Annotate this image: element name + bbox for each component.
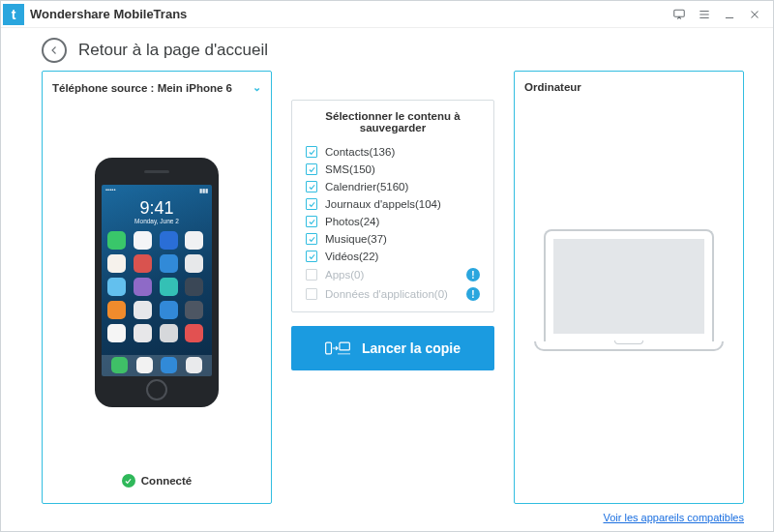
content-option-sms[interactable]: SMS(150) bbox=[306, 161, 480, 178]
menu-icon[interactable] bbox=[692, 2, 717, 27]
checkbox[interactable] bbox=[306, 233, 317, 245]
minimize-button[interactable] bbox=[717, 2, 742, 27]
checkbox bbox=[306, 269, 317, 281]
close-button[interactable] bbox=[742, 2, 767, 27]
feedback-icon[interactable] bbox=[667, 2, 692, 27]
content-select-title: Sélectionner le contenu à sauvegarder bbox=[306, 110, 480, 133]
content-option-calendrier[interactable]: Calendrier(5160) bbox=[306, 178, 480, 195]
content-option-label: Données d'application(0) bbox=[325, 288, 459, 300]
info-icon[interactable]: ! bbox=[466, 287, 480, 301]
content-option-label: Contacts(136) bbox=[325, 146, 480, 158]
main: Téléphone source : Mein iPhone 6 ⌄ •••••… bbox=[1, 71, 773, 510]
content-option-label: Photos(24) bbox=[325, 216, 480, 227]
page-title: Retour à la page d'accueil bbox=[78, 41, 268, 60]
checkbox[interactable] bbox=[306, 198, 317, 210]
checkbox[interactable] bbox=[306, 216, 317, 227]
back-button[interactable] bbox=[42, 38, 67, 63]
footer: Voir les appareils compatibles bbox=[1, 510, 773, 531]
connection-status: Connecté bbox=[52, 470, 261, 488]
svg-rect-0 bbox=[674, 10, 685, 16]
content-option-vid-os[interactable]: Vidéos(22) bbox=[306, 248, 480, 265]
content-option-photos[interactable]: Photos(24) bbox=[306, 213, 480, 230]
content-option-journaux-d-appels[interactable]: Journaux d'appels(104) bbox=[306, 195, 480, 213]
phone-illustration: •••••▮▮▮ 9:41 Monday, June 2 bbox=[52, 94, 261, 470]
content-column: Sélectionner le contenu à sauvegarder Co… bbox=[291, 71, 494, 504]
chevron-down-icon[interactable]: ⌄ bbox=[253, 81, 261, 94]
content-option-label: Vidéos(22) bbox=[325, 251, 480, 262]
checkbox[interactable] bbox=[306, 146, 317, 158]
start-copy-button[interactable]: Lancer la copie bbox=[291, 326, 494, 370]
content-option-label: SMS(150) bbox=[325, 163, 480, 175]
content-option-apps: Apps(0)! bbox=[306, 265, 480, 284]
laptop-illustration bbox=[524, 93, 733, 488]
source-panel: Téléphone source : Mein iPhone 6 ⌄ •••••… bbox=[42, 71, 272, 504]
info-icon[interactable]: ! bbox=[466, 268, 480, 281]
start-copy-label: Lancer la copie bbox=[362, 340, 461, 356]
checkbox[interactable] bbox=[306, 251, 317, 262]
content-option-label: Journaux d'appels(104) bbox=[325, 198, 480, 210]
compatible-devices-link[interactable]: Voir les appareils compatibles bbox=[603, 512, 744, 523]
checkbox[interactable] bbox=[306, 181, 317, 192]
phone-date: Monday, June 2 bbox=[102, 218, 212, 224]
svg-rect-1 bbox=[326, 342, 332, 354]
checkbox[interactable] bbox=[306, 163, 317, 175]
connection-status-label: Connecté bbox=[141, 475, 192, 487]
transfer-icon bbox=[325, 338, 350, 359]
app-name: Wondershare MobileTrans bbox=[30, 7, 187, 21]
check-icon bbox=[122, 474, 135, 488]
phone-time: 9:41 bbox=[102, 198, 212, 219]
titlebar: t Wondershare MobileTrans bbox=[1, 1, 773, 28]
content-option-contacts[interactable]: Contacts(136) bbox=[306, 143, 480, 161]
header: Retour à la page d'accueil bbox=[1, 28, 773, 71]
destination-title: Ordinateur bbox=[524, 81, 733, 93]
svg-rect-2 bbox=[340, 342, 349, 350]
content-option-musique[interactable]: Musique(37) bbox=[306, 230, 480, 248]
brand: t Wondershare MobileTrans bbox=[1, 4, 187, 25]
destination-panel: Ordinateur bbox=[514, 71, 744, 504]
content-option-label: Apps(0) bbox=[325, 269, 459, 281]
checkbox bbox=[306, 288, 317, 300]
brand-logo-icon: t bbox=[3, 4, 24, 25]
content-select-box: Sélectionner le contenu à sauvegarder Co… bbox=[291, 100, 494, 312]
content-option-label: Calendrier(5160) bbox=[325, 181, 480, 192]
source-label-prefix: Téléphone source : bbox=[52, 82, 158, 94]
source-device-name: Mein iPhone 6 bbox=[158, 82, 232, 94]
content-option-donn-es-d-application: Données d'application(0)! bbox=[306, 284, 480, 304]
content-option-label: Musique(37) bbox=[325, 233, 480, 245]
source-title[interactable]: Téléphone source : Mein iPhone 6 ⌄ bbox=[52, 81, 261, 94]
